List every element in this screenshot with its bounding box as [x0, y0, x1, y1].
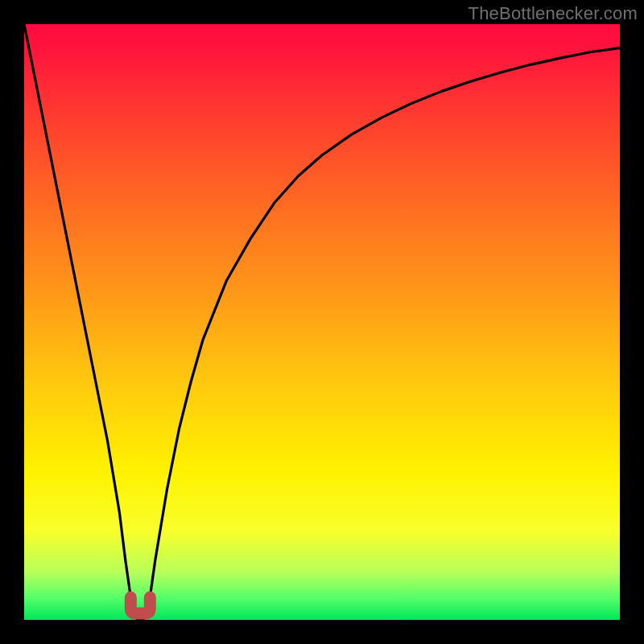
chart-frame: TheBottlenecker.com [0, 0, 644, 644]
curve-layer [24, 24, 620, 620]
bottleneck-curve [24, 24, 620, 620]
watermark-text: TheBottlenecker.com [469, 3, 638, 24]
optimum-marker [130, 597, 150, 613]
plot-area [24, 24, 620, 620]
